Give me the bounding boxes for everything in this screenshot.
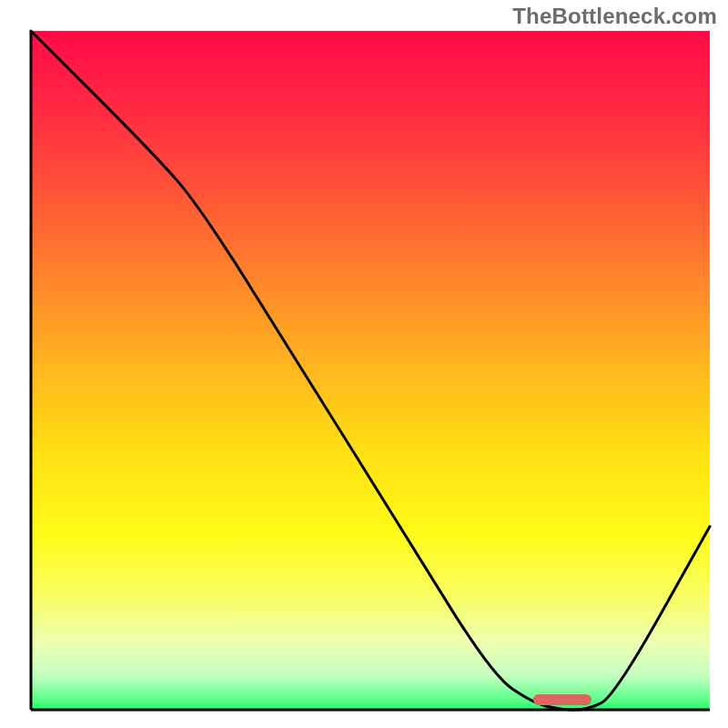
chart-canvas: { "watermark": "TheBottleneck.com", "col…	[0, 0, 728, 728]
bottleneck-plot	[0, 0, 728, 728]
optimum-marker	[533, 694, 592, 705]
